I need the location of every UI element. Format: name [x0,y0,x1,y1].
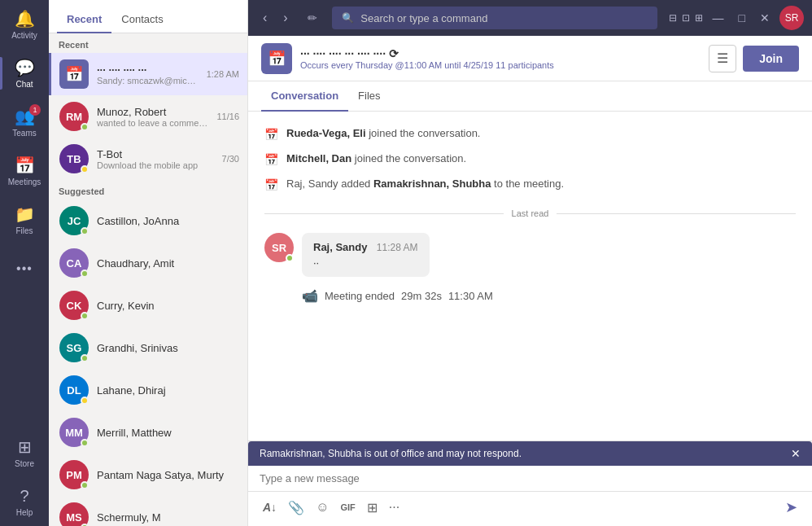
recent-item-munoz[interactable]: RM Munoz, Robert wanted to leave a comme… [49,95,247,138]
tab-files[interactable]: Files [348,81,390,112]
close-button[interactable]: ✕ [755,8,775,28]
message-meta: Raj, Sandy 11:28 AM [313,241,418,253]
curry-avatar: CK [59,291,89,320]
suggested-schermuly[interactable]: MS Schermuly, M [49,496,247,526]
nav-item-chat[interactable]: 💬 Chat [0,49,49,98]
gif-button[interactable]: GIF [337,499,358,515]
calendar-system-icon-3: 📅 [264,178,278,191]
out-of-office-bar: Ramakrishnan, Shubha is out of office an… [248,441,812,466]
nav-label-meetings: Meetings [8,178,41,186]
nav-item-files[interactable]: 📁 Files [0,195,49,244]
format-button[interactable]: A↓ [260,498,280,517]
nav-item-store[interactable]: ⊞ Store [0,428,49,477]
tab-conversation[interactable]: Conversation [261,81,348,112]
suggested-grandhi[interactable]: SG Grandhi, Srinivas [49,327,247,369]
lahane-status [81,397,89,405]
suggested-curry[interactable]: CK Curry, Kevin [49,284,247,327]
lahane-name: Lahane, Dhiraj [97,384,239,397]
files-icon: 📁 [15,204,35,224]
more-toolbar-button[interactable]: ··· [386,497,403,518]
tbot-sub: Download the mobile app [97,160,214,170]
more-icon: ••• [16,261,33,276]
suggested-pantam[interactable]: PM Pantam Naga Satya, Murty [49,454,247,496]
last-read-line-left [264,213,504,214]
chat-header: 📅 ··· ···· ···· ··· ···· ···· ⟳ Occurs e… [248,36,812,81]
user-avatar[interactable]: SR [779,6,804,30]
minimize-button[interactable]: — [708,8,729,28]
nav-item-help[interactable]: ? Help [0,477,49,526]
schermuly-name: Schermuly, M [97,511,239,524]
suggested-label: Suggested [49,180,247,199]
schermuly-avatar: MS [59,502,89,526]
pantam-avatar: PM [59,460,89,489]
nav-label-chat: Chat [15,80,33,89]
chat-header-info: ··· ···· ···· ··· ···· ···· ⟳ Occurs eve… [300,47,701,70]
restore-button[interactable]: □ [734,8,750,28]
chaudhary-status [81,270,89,278]
nav-label-help: Help [16,508,33,517]
castillon-avatar: JC [59,206,89,235]
sender-avatar: SR [264,233,294,262]
suggested-lahane[interactable]: DL Lahane, Dhiraj [49,369,247,411]
system-msg-2-text: Mitchell, Dan joined the conversation. [286,152,466,164]
attach-button[interactable]: 📎 [285,497,308,519]
settings-icon: ⊟ [669,12,677,24]
suggested-chaudhary[interactable]: CA Chaudhary, Amit [49,242,247,284]
search-bar: 🔍 Search or type a command [332,7,657,29]
recent-item-name: ··· ···· ···· ··· [97,64,199,76]
nav-item-meetings[interactable]: 📅 Meetings [0,147,49,195]
message-toolbar: A↓ 📎 ☺ GIF ⊞ ··· ➤ [248,492,812,526]
panel-tabs: Recent Contacts [49,0,247,33]
munoz-name: Munoz, Robert [97,106,208,118]
system-msg-2: 📅 Mitchell, Dan joined the conversation. [264,150,796,169]
last-read-divider: Last read [264,208,796,218]
nav-item-teams[interactable]: 👥 Teams 1 [0,98,49,147]
recent-item-tbot[interactable]: TB T-Bot Download the mobile app 7/30 [49,138,247,180]
grandhi-name: Grandhi, Srinivas [97,342,239,354]
lahane-avatar: DL [59,375,89,405]
chat-header-avatar: 📅 [261,43,292,74]
nav-item-activity[interactable]: 🔔 Activity [0,0,49,49]
chat-message-1: SR Raj, Sandy 11:28 AM ·· [264,233,796,277]
sticker-button[interactable]: ⊞ [364,497,381,519]
meeting-ended-label: Meeting ended [325,290,395,302]
tab-contacts[interactable]: Contacts [111,7,172,33]
search-icon: 🔍 [342,12,354,24]
message-time: 11:28 AM [377,242,418,253]
merrill-status [81,439,89,447]
suggested-castillon[interactable]: JC Castillon, JoAnna [49,199,247,242]
system-msg-3-text: Raj, Sandy added Ramakrishnan, Shubha to… [286,178,564,190]
out-of-office-text: Ramakrishnan, Shubha is out of office an… [260,448,522,459]
munoz-status [81,123,89,131]
compose-button[interactable]: ✏ [301,8,324,28]
back-button[interactable]: ‹ [256,7,273,28]
send-button[interactable]: ➤ [782,495,801,519]
tbot-time: 7/30 [222,154,239,164]
panel-scroll: Recent 📅 ··· ···· ···· ··· Sandy: smcazw… [49,33,247,526]
message-bubble: Raj, Sandy 11:28 AM ·· [302,233,430,277]
search-placeholder: Search or type a command [360,12,487,24]
recent-item-info: ··· ···· ···· ··· Sandy: smcazwk@microso… [97,64,199,85]
calendar-system-icon-2: 📅 [264,153,278,166]
forward-button[interactable]: › [277,7,294,28]
munoz-avatar: RM [59,102,89,131]
ooo-close-button[interactable]: ✕ [791,447,801,460]
castillon-status [81,227,89,235]
menu-button[interactable]: ☰ [709,45,736,72]
meeting-ended: 📹 Meeting ended 29m 32s 11:30 AM [302,288,796,304]
nav-label-store: Store [15,459,34,468]
join-button[interactable]: Join [743,46,799,72]
nav-item-more[interactable]: ••• [0,244,49,293]
last-read-line-right [557,213,796,214]
screen-icon: ⊡ [682,12,690,24]
chat-icon: 💬 [15,58,35,77]
system-msg-1-text: Rueda-Vega, Eli joined the conversation. [286,127,480,139]
emoji-button[interactable]: ☺ [312,497,332,518]
castillon-name: Castillon, JoAnna [97,215,239,227]
munoz-sub: wanted to leave a comment on the ... [97,118,208,128]
suggested-merrill[interactable]: MM Merrill, Matthew [49,411,247,454]
video-icon: 📹 [302,288,318,304]
recent-item-meeting1[interactable]: 📅 ··· ···· ···· ··· Sandy: smcazwk@micro… [49,53,247,95]
tab-recent[interactable]: Recent [57,7,111,33]
message-input[interactable] [260,472,801,484]
